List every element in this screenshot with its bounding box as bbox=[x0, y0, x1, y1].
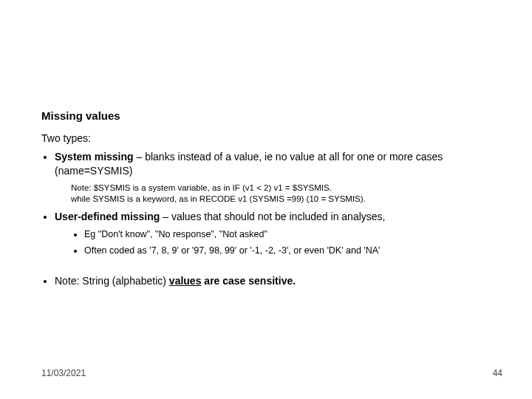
footer-date: 11/03/2021 bbox=[41, 368, 86, 378]
note-line-1: Note: $SYSMIS is a system variable, as i… bbox=[71, 183, 491, 194]
note-line-2: while SYSMIS is a keyword, as in RECODE … bbox=[71, 194, 491, 205]
user-defined-label: User-defined missing bbox=[55, 211, 160, 222]
system-missing-note: Note: $SYSMIS is a system variable, as i… bbox=[71, 183, 491, 205]
intro-text: Two types: bbox=[41, 132, 491, 144]
bullet-user-defined-missing: User-defined missing – values that shoul… bbox=[55, 210, 491, 258]
string-note-post: are case sensitive. bbox=[201, 275, 296, 287]
string-note-pre: Note: String (alphabetic) bbox=[55, 275, 169, 287]
sub-bullet-examples: Eg "Don't know", "No response", "Not ask… bbox=[84, 227, 491, 242]
slide: Missing values Two types: System missing… bbox=[0, 0, 532, 399]
user-defined-sublist: Eg "Don't know", "No response", "Not ask… bbox=[55, 227, 491, 258]
user-defined-rest: – values that should not be included in … bbox=[160, 211, 385, 222]
system-missing-label: System missing bbox=[55, 151, 134, 163]
slide-title: Missing values bbox=[41, 109, 491, 122]
bullet-string-note: Note: String (alphabetic) values are cas… bbox=[55, 274, 491, 288]
content-area: Missing values Two types: System missing… bbox=[41, 109, 491, 288]
footer-page-number: 44 bbox=[493, 368, 502, 378]
string-note-underlined: values bbox=[169, 275, 202, 287]
bullet-system-missing: System missing – blanks instead of a val… bbox=[55, 150, 491, 205]
sub-bullet-codes: Often coded as '7, 8, 9' or '97, 98, 99'… bbox=[84, 243, 491, 258]
bullet-list: System missing – blanks instead of a val… bbox=[41, 150, 491, 288]
